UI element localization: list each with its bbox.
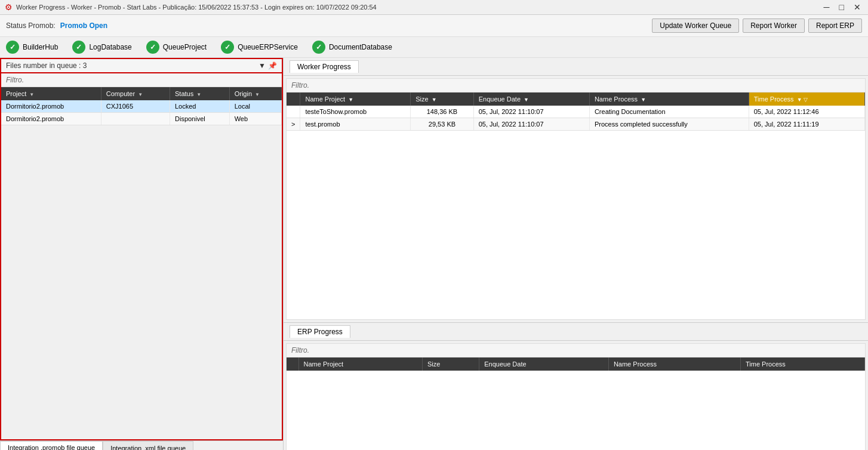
worker-progress-tab-bar: Worker Progress bbox=[284, 58, 868, 76]
erp-progress-tab[interactable]: ERP Progress bbox=[290, 325, 350, 338]
status-indicators: ✓ BuilderHub ✓ LogDatabase ✓ QueueProjec… bbox=[0, 37, 868, 58]
wt-col-time-process: Time Process ▼ ▽ bbox=[749, 93, 864, 106]
worker-table-row[interactable]: testeToShow.promob 148,36 KB 05, Jul, 20… bbox=[287, 106, 865, 118]
toolbar-buttons: Update Worker Queue Report Worker Report… bbox=[652, 19, 862, 33]
worker-cell-name-project: test.promob bbox=[300, 118, 411, 131]
queue-filter-bar: Filtro. bbox=[1, 73, 282, 87]
wt-col-name-project: Name Project ▼ bbox=[300, 93, 411, 106]
erp-progress-tab-bar: ERP Progress bbox=[284, 323, 868, 341]
worker-cell-enqueue-date: 05, Jul, 2022 11:10:07 bbox=[473, 118, 589, 131]
check-icon-documentdatabase: ✓ bbox=[312, 41, 325, 54]
check-icon-queueproject: ✓ bbox=[146, 41, 159, 54]
main-content: Files number in queue : 3 ▼ 📌 Filtro. Pr… bbox=[0, 58, 868, 450]
indicator-label-queueerpservice: QueueERPService bbox=[238, 43, 298, 51]
wt-col-name-process: Name Process ▼ bbox=[589, 93, 749, 106]
window-title: Worker Progress - Worker - Promob - Star… bbox=[16, 4, 377, 11]
worker-cell-expand[interactable]: > bbox=[287, 118, 300, 131]
queue-cell-origin: Web bbox=[229, 113, 281, 125]
status-label: Status Promob: bbox=[6, 21, 56, 30]
queue-table-body: Dormitorio2.promob CXJ1065 Locked Local … bbox=[1, 100, 282, 125]
worker-table-row[interactable]: > test.promob 29,53 KB 05, Jul, 2022 11:… bbox=[287, 118, 865, 131]
window-controls[interactable]: ─ □ ✕ bbox=[821, 2, 863, 12]
worker-table-header: Name Project ▼ Size ▼ Enqueue Date ▼ Nam… bbox=[287, 93, 865, 106]
worker-progress-tab[interactable]: Worker Progress bbox=[290, 60, 359, 73]
erp-table-header: Name Project Size Enqueue Date Name Proc… bbox=[287, 357, 865, 371]
col-computer: Computer ▼ bbox=[101, 87, 170, 100]
et-col-name-project: Name Project bbox=[298, 357, 422, 371]
queue-cell-status: Disponivel bbox=[170, 113, 230, 125]
worker-cell-name-process: Creating Documentation bbox=[589, 106, 749, 118]
pin-icon[interactable]: 📌 bbox=[268, 61, 277, 70]
worker-table-body: testeToShow.promob 148,36 KB 05, Jul, 20… bbox=[287, 106, 865, 131]
indicator-queueerpservice: ✓ QueueERPService bbox=[221, 41, 298, 54]
erp-progress-section: ERP Progress Filtro. Name Project Size E… bbox=[284, 323, 868, 450]
queue-table-container: Filtro. Project ▼ Computer ▼ Status ▼ Or… bbox=[0, 72, 283, 440]
erp-filter-bar: Filtro. bbox=[287, 344, 865, 357]
right-panel: Worker Progress Filtro. Name Project ▼ S… bbox=[284, 58, 868, 450]
update-worker-queue-button[interactable]: Update Worker Queue bbox=[652, 19, 739, 33]
indicator-label-documentdatabase: DocumentDatabase bbox=[329, 43, 392, 51]
worker-cell-size: 29,53 KB bbox=[411, 118, 474, 131]
worker-cell-expand[interactable] bbox=[287, 106, 300, 118]
app-icon: ⚙ bbox=[5, 2, 13, 12]
erp-table-container: Filtro. Name Project Size Enqueue Date N… bbox=[286, 343, 866, 450]
wt-col-enqueue-date: Enqueue Date ▼ bbox=[473, 93, 589, 106]
queue-table-header: Project ▼ Computer ▼ Status ▼ Origin ▼ bbox=[1, 87, 282, 100]
queue-table: Project ▼ Computer ▼ Status ▼ Origin ▼ D… bbox=[1, 87, 282, 125]
et-col-expand bbox=[287, 357, 298, 371]
worker-cell-size: 148,36 KB bbox=[411, 106, 474, 118]
wt-col-expand bbox=[287, 93, 300, 106]
queue-table-row[interactable]: Dormitorio2.promob CXJ1065 Locked Local bbox=[1, 100, 282, 113]
et-col-name-process: Name Process bbox=[608, 357, 740, 371]
worker-table: Name Project ▼ Size ▼ Enqueue Date ▼ Nam… bbox=[287, 93, 865, 131]
worker-cell-time-process: 05, Jul, 2022 11:11:19 bbox=[749, 118, 864, 131]
et-col-size: Size bbox=[422, 357, 479, 371]
maximize-button[interactable]: □ bbox=[837, 2, 847, 12]
title-bar: ⚙ Worker Progress - Worker - Promob - St… bbox=[0, 0, 868, 15]
worker-progress-section: Worker Progress Filtro. Name Project ▼ S… bbox=[284, 58, 868, 323]
left-panel: Files number in queue : 3 ▼ 📌 Filtro. Pr… bbox=[0, 58, 284, 450]
minimize-button[interactable]: ─ bbox=[821, 2, 832, 12]
dropdown-icon[interactable]: ▼ bbox=[258, 61, 266, 70]
header-icons: ▼ 📌 bbox=[258, 61, 277, 70]
worker-cell-name-project: testeToShow.promob bbox=[300, 106, 411, 118]
et-col-time-process: Time Process bbox=[741, 357, 865, 371]
indicator-builderhub: ✓ BuilderHub bbox=[6, 41, 58, 54]
report-worker-button[interactable]: Report Worker bbox=[743, 19, 805, 33]
tab-xml-queue[interactable]: Integration .xml file queue bbox=[103, 441, 193, 450]
queue-cell-origin: Local bbox=[229, 100, 281, 113]
wt-col-size: Size ▼ bbox=[411, 93, 474, 106]
toolbar: Status Promob: Promob Open Update Worker… bbox=[0, 15, 868, 37]
queue-cell-project: Dormitorio2.promob bbox=[1, 113, 101, 125]
worker-filter-bar: Filtro. bbox=[287, 79, 865, 93]
worker-progress-table-container: Filtro. Name Project ▼ Size ▼ Enqueue Da… bbox=[286, 78, 866, 320]
queue-cell-project: Dormitorio2.promob bbox=[1, 100, 101, 113]
indicator-queueproject: ✓ QueueProject bbox=[146, 41, 207, 54]
status-value: Promob Open bbox=[60, 21, 107, 30]
queue-cell-computer bbox=[101, 113, 170, 125]
queue-count-label: Files number in queue : 3 bbox=[6, 61, 87, 70]
left-panel-tabs: Integration .promob file queue Integrati… bbox=[0, 440, 283, 450]
queue-table-row[interactable]: Dormitorio2.promob Disponivel Web bbox=[1, 113, 282, 125]
indicator-label-logdatabase: LogDatabase bbox=[89, 43, 131, 51]
col-status: Status ▼ bbox=[170, 87, 230, 100]
col-project: Project ▼ bbox=[1, 87, 101, 100]
worker-cell-time-process: 05, Jul, 2022 11:12:46 bbox=[749, 106, 864, 118]
queue-cell-status: Locked bbox=[170, 100, 230, 113]
check-icon-logdatabase: ✓ bbox=[72, 41, 85, 54]
indicator-label-builderhub: BuilderHub bbox=[23, 43, 58, 51]
check-icon-builderhub: ✓ bbox=[6, 41, 19, 54]
close-button[interactable]: ✕ bbox=[851, 2, 863, 12]
indicator-logdatabase: ✓ LogDatabase bbox=[72, 41, 131, 54]
tab-promob-queue[interactable]: Integration .promob file queue bbox=[0, 441, 103, 450]
worker-cell-enqueue-date: 05, Jul, 2022 11:10:07 bbox=[473, 106, 589, 118]
report-erp-button[interactable]: Report ERP bbox=[808, 19, 862, 33]
indicator-documentdatabase: ✓ DocumentDatabase bbox=[312, 41, 392, 54]
indicator-label-queueproject: QueueProject bbox=[163, 43, 207, 51]
worker-cell-name-process: Process completed successfully bbox=[589, 118, 749, 131]
title-bar-left: ⚙ Worker Progress - Worker - Promob - St… bbox=[5, 2, 377, 12]
status-area: Status Promob: Promob Open bbox=[6, 21, 107, 30]
check-icon-queueerpservice: ✓ bbox=[221, 41, 234, 54]
et-col-enqueue-date: Enqueue Date bbox=[479, 357, 609, 371]
col-origin: Origin ▼ bbox=[229, 87, 281, 100]
